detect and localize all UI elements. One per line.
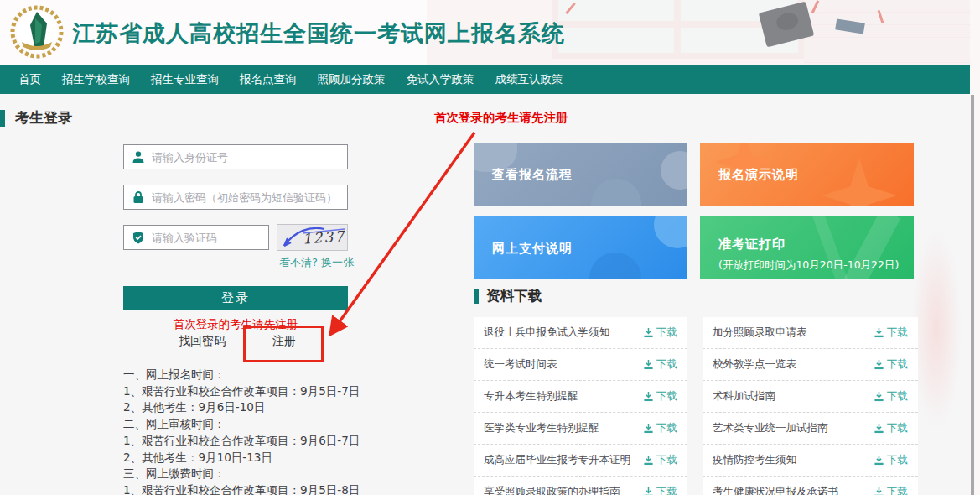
downloads-column-right: 加分照顾录取申请表 下载 校外教学点一览表 下载 术科加试指南	[703, 317, 918, 495]
schedule-line: 1、艰苦行业和校企合作改革项目：9月5日-7日	[123, 383, 360, 400]
download-link[interactable]: 下载	[874, 485, 908, 495]
download-row: 考生健康状况申报及承诺书 下载	[703, 477, 918, 495]
nav-item[interactable]: 成绩互认政策	[495, 72, 563, 87]
download-label: 下载	[887, 357, 908, 372]
captcha-input[interactable]	[152, 232, 294, 244]
schedule-line: 三、网上缴费时间：	[123, 466, 360, 482]
download-row: 统一考试时间表 下载	[474, 349, 687, 381]
download-link[interactable]: 下载	[874, 421, 908, 435]
download-row: 艺术类专业统一加试指南 下载	[703, 413, 918, 445]
download-label: 下载	[656, 326, 677, 340]
download-file-name: 艺术类专业统一加试指南	[713, 421, 828, 435]
download-icon	[874, 327, 884, 338]
download-link[interactable]: 下载	[874, 389, 908, 404]
download-link[interactable]: 下载	[874, 326, 908, 340]
schedule-text: 一、网上报名时间：1、艰苦行业和校企合作改革项目：9月5日-7日2、其他考生：9…	[123, 367, 360, 495]
schedule-line: 2、其他考生：9月10日-13日	[123, 450, 360, 466]
download-link[interactable]: 下载	[874, 357, 908, 372]
download-icon	[874, 487, 884, 495]
download-file-name: 医学类专业考生特别提醒	[484, 421, 599, 435]
section-accent-bar	[474, 289, 479, 304]
promo-label: 报名演示说明	[718, 166, 799, 182]
download-icon	[874, 391, 884, 402]
download-icon	[643, 327, 654, 338]
download-row: 成高应届毕业生报考专升本证明 下载	[474, 445, 687, 477]
download-icon	[643, 359, 654, 370]
download-row: 校外教学点一览表 下载	[703, 349, 918, 381]
download-icon	[874, 455, 884, 466]
download-label: 下载	[887, 421, 908, 435]
download-row: 医学类专业考生特别提醒 下载	[474, 413, 687, 445]
download-file-name: 专升本考生特别提醒	[484, 389, 578, 404]
captcha-refresh-link[interactable]: 看不清? 换一张	[279, 255, 348, 270]
promo-sublabel: (开放打印时间为10月20日-10月22日)	[718, 258, 899, 273]
download-file-name: 校外教学点一览表	[713, 357, 796, 372]
main-content: 考生登录 1237 看不清? 换一张 登录 首次登录的考生请先注册 找回密码 注…	[0, 94, 970, 495]
password-input[interactable]	[152, 191, 347, 204]
download-file-name: 考生健康状况申报及承诺书	[713, 485, 838, 495]
section-accent-bar	[0, 110, 5, 127]
download-file-name: 术科加试指南	[713, 389, 775, 404]
nav-item[interactable]: 首页	[18, 72, 41, 87]
schedule-line: 1、艰苦行业和校企合作改革项目：9月6日-7日	[123, 433, 360, 450]
download-label: 下载	[656, 389, 677, 404]
nav-item[interactable]: 照顾加分政策	[318, 72, 386, 87]
nav-list: 首页招生学校查询招生专业查询报名点查询照顾加分政策免试入学政策成绩互认政策	[0, 65, 970, 94]
download-file-name: 疫情防控考生须知	[713, 453, 796, 467]
download-row: 专升本考生特别提醒 下载	[474, 381, 687, 413]
download-label: 下载	[656, 485, 677, 495]
scrollbar[interactable]	[970, 0, 980, 495]
nav-item[interactable]: 免试入学政策	[407, 72, 474, 87]
id-number-field[interactable]	[123, 144, 348, 169]
promo-label: 查看报名流程	[492, 166, 573, 182]
download-link[interactable]: 下载	[643, 485, 677, 495]
promo-demo-guide[interactable]: 报名演示说明	[700, 143, 914, 206]
site-logo-icon	[10, 5, 64, 59]
lock-icon	[132, 190, 145, 204]
downloads-column-left: 退役士兵申报免试入学须知 下载 统一考试时间表 下载 专升本考生特别提醒	[474, 317, 687, 495]
header: 江苏省成人高校招生全国统一考试网上报名系统	[0, 0, 980, 65]
schedule-line: 二、网上审核时间：	[123, 416, 360, 433]
nav-item[interactable]: 招生专业查询	[151, 72, 219, 87]
password-field[interactable]	[123, 185, 348, 210]
download-label: 下载	[887, 389, 908, 404]
promo-payment-guide[interactable]: 网上支付说明	[474, 216, 687, 279]
schedule-line: 1、艰苦行业和校企合作改革项目：9月5日-8日	[123, 482, 360, 495]
download-link[interactable]: 下载	[643, 453, 677, 467]
login-button[interactable]: 登录	[123, 286, 348, 310]
nav-item[interactable]: 报名点查询	[240, 72, 297, 87]
shield-check-icon	[132, 231, 145, 244]
scrollbar-thumb[interactable]	[971, 95, 974, 495]
download-icon	[643, 455, 654, 466]
id-number-input[interactable]	[152, 151, 347, 164]
promo-view-process[interactable]: 查看报名流程	[474, 143, 687, 206]
download-link[interactable]: 下载	[874, 453, 908, 467]
downloads-section-title: 资料下载	[486, 287, 542, 305]
download-row: 疫情防控考生须知 下载	[703, 445, 918, 477]
download-link[interactable]: 下载	[643, 326, 677, 340]
schedule-line: 2、其他考生：9月6日-10日	[123, 399, 360, 416]
download-label: 下载	[887, 453, 908, 467]
download-link[interactable]: 下载	[643, 389, 677, 404]
register-highlight-box	[243, 326, 324, 362]
page: 江苏省成人高校招生全国统一考试网上报名系统 首页招生学校查询招生专业查询报名点查…	[0, 0, 980, 495]
download-icon	[874, 423, 884, 434]
download-link[interactable]: 下载	[643, 357, 677, 372]
download-icon	[874, 359, 884, 370]
captcha-field[interactable]	[123, 225, 269, 250]
nav-item[interactable]: 招生学校查询	[62, 72, 130, 87]
download-row: 退役士兵申报免试入学须知 下载	[474, 317, 687, 349]
promo-admission-ticket[interactable]: 准考证打印 (开放打印时间为10月20日-10月22日)	[700, 216, 914, 279]
download-row: 加分照顾录取申请表 下载	[703, 317, 918, 349]
download-file-name: 享受照顾录取政策的办理指南	[484, 485, 620, 495]
schedule-line: 一、网上报名时间：	[123, 367, 360, 383]
download-file-name: 统一考试时间表	[484, 357, 557, 372]
forgot-password-link[interactable]: 找回密码	[179, 334, 226, 349]
site-title: 江苏省成人高校招生全国统一考试网上报名系统	[72, 18, 565, 49]
download-link[interactable]: 下载	[643, 421, 677, 435]
download-label: 下载	[887, 326, 908, 340]
download-file-name: 退役士兵申报免试入学须知	[484, 326, 609, 340]
download-row: 术科加试指南 下载	[703, 381, 918, 413]
download-icon	[643, 487, 654, 495]
captcha-image[interactable]: 1237	[277, 224, 348, 251]
